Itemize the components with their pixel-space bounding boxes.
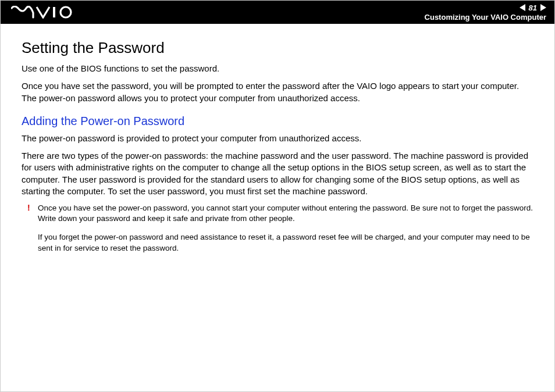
warning-icon: ! [27, 203, 30, 212]
section-paragraph-2: There are two types of the power-on pass… [22, 150, 533, 197]
svg-rect-0 [53, 7, 55, 17]
breadcrumb[interactable]: Customizing Your VAIO Computer [425, 13, 546, 22]
header-nav: 81 Customizing Your VAIO Computer [425, 3, 546, 22]
warning-note: ! Once you have set the power-on passwor… [22, 203, 533, 254]
intro-paragraph-2: Once you have set the password, you will… [22, 80, 533, 104]
intro-paragraph-1: Use one of the BIOS functions to set the… [22, 63, 533, 74]
prev-page-icon[interactable] [520, 4, 525, 11]
next-page-icon[interactable] [540, 4, 546, 11]
section-paragraph-1: The power-on password is provided to pro… [22, 133, 533, 144]
page-content: Setting the Password Use one of the BIOS… [1, 24, 554, 254]
header-bar: 81 Customizing Your VAIO Computer [1, 1, 554, 24]
page-title: Setting the Password [22, 39, 533, 57]
vaio-logo [11, 6, 75, 19]
section-heading: Adding the Power-on Password [22, 115, 533, 128]
warning-paragraph-1: Once you have set the power-on password,… [38, 203, 533, 224]
page-number: 81 [529, 3, 537, 12]
svg-point-1 [61, 7, 71, 17]
warning-paragraph-2: If you forget the power-on password and … [38, 232, 533, 253]
page-nav: 81 [520, 3, 546, 12]
